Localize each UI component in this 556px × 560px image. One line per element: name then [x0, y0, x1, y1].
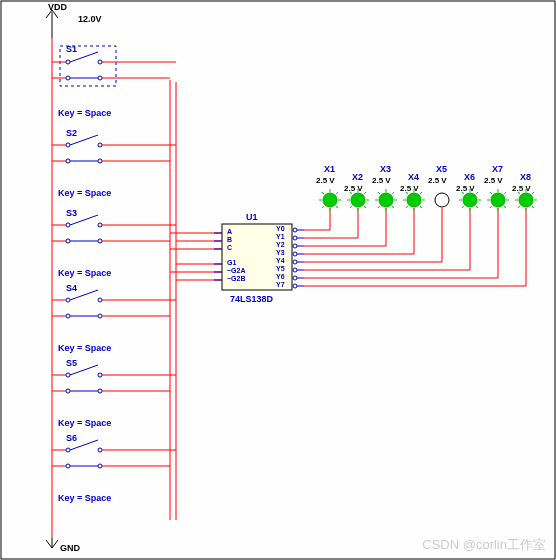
probe-x5-name: X5: [436, 164, 447, 174]
svg-line-149: [504, 206, 506, 208]
probe-x4-v: 2.5 V: [400, 184, 419, 193]
pin-b: B: [227, 236, 232, 243]
svg-point-99: [463, 193, 477, 207]
pin-c: C: [227, 244, 232, 251]
svg-line-132: [406, 206, 408, 208]
switch-s6-name: S6: [66, 433, 77, 443]
switch-s4-name: S4: [66, 283, 77, 293]
svg-line-157: [532, 206, 534, 208]
pin-a: A: [227, 228, 232, 235]
switch-s2-name: S2: [66, 128, 77, 138]
svg-line-148: [490, 206, 492, 208]
vdd-voltage: 12.0V: [78, 14, 102, 24]
svg-line-147: [504, 192, 506, 194]
svg-line-107: [336, 192, 338, 194]
svg-point-94: [323, 193, 337, 207]
probe-x8-name: X8: [520, 172, 531, 182]
svg-point-59: [98, 464, 102, 468]
switch-s1-name: S1: [66, 44, 77, 54]
watermark: CSDN @corlin工作室: [422, 536, 546, 554]
switch-s4-key: Key = Space: [58, 343, 111, 353]
svg-point-38: [66, 314, 70, 318]
svg-line-141: [476, 206, 478, 208]
svg-point-78: [293, 228, 297, 232]
gnd-label: GND: [60, 543, 80, 553]
probe-x5-v: 2.5 V: [428, 176, 447, 185]
svg-line-124: [378, 206, 380, 208]
svg-point-16: [98, 143, 102, 147]
switch-s3-name: S3: [66, 208, 77, 218]
svg-point-8: [98, 76, 102, 80]
svg-point-56: [98, 448, 102, 452]
probe-x7-v: 2.5 V: [484, 176, 503, 185]
probe-x6-name: X6: [464, 172, 475, 182]
svg-point-100: [491, 193, 505, 207]
svg-point-84: [293, 252, 297, 256]
switch-s5-key: Key = Space: [58, 418, 111, 428]
switch-s3-key: Key = Space: [58, 268, 111, 278]
switch-s5-name: S5: [66, 358, 77, 368]
svg-point-55: [66, 448, 70, 452]
probe-x3-v: 2.5 V: [372, 176, 391, 185]
svg-point-45: [66, 373, 70, 377]
svg-line-106: [322, 192, 324, 194]
svg-line-117: [364, 206, 366, 208]
switch-s6-key: Key = Space: [58, 493, 111, 503]
svg-line-115: [364, 192, 366, 194]
pin-y6: Y6: [276, 273, 285, 280]
probe-x2-name: X2: [352, 172, 363, 182]
schematic-canvas: VDD 12.0V GND S1 Key = Space S2 Key = Sp…: [0, 0, 556, 560]
probe-x6-v: 2.5 V: [456, 184, 475, 193]
svg-point-15: [66, 143, 70, 147]
probe-x3-name: X3: [380, 164, 391, 174]
svg-point-36: [98, 298, 102, 302]
vdd-label: VDD: [48, 2, 67, 12]
svg-line-133: [420, 206, 422, 208]
svg-line-123: [392, 192, 394, 194]
pin-y2: Y2: [276, 241, 285, 248]
svg-point-95: [351, 193, 365, 207]
svg-point-48: [66, 389, 70, 393]
svg-line-140: [462, 206, 464, 208]
svg-point-58: [66, 464, 70, 468]
svg-point-97: [407, 193, 421, 207]
svg-point-25: [66, 223, 70, 227]
svg-line-156: [518, 206, 520, 208]
svg-point-46: [98, 373, 102, 377]
svg-line-116: [350, 206, 352, 208]
pin-y4: Y4: [276, 257, 285, 264]
probe-x2-v: 2.5 V: [344, 184, 363, 193]
pin-y7: Y7: [276, 281, 285, 288]
chip-ref: U1: [246, 212, 258, 222]
svg-point-96: [379, 193, 393, 207]
chip-part: 74LS138D: [230, 294, 273, 304]
svg-point-90: [293, 276, 297, 280]
switch-s1-key: Key = Space: [58, 108, 111, 118]
svg-point-7: [66, 76, 70, 80]
svg-line-125: [392, 206, 394, 208]
svg-point-29: [98, 239, 102, 243]
svg-point-5: [98, 60, 102, 64]
svg-point-18: [66, 159, 70, 163]
probe-x7-name: X7: [492, 164, 503, 174]
probe-x1-name: X1: [324, 164, 335, 174]
probe-x4-name: X4: [408, 172, 419, 182]
svg-point-92: [293, 284, 297, 288]
svg-point-101: [519, 193, 533, 207]
pin-y5: Y5: [276, 265, 285, 272]
pin-g2b: ~G2B: [227, 275, 245, 282]
svg-point-82: [293, 244, 297, 248]
svg-point-88: [293, 268, 297, 272]
switch-s2-key: Key = Space: [58, 188, 111, 198]
svg-point-80: [293, 236, 297, 240]
svg-line-146: [490, 192, 492, 194]
svg-point-39: [98, 314, 102, 318]
svg-line-155: [532, 192, 534, 194]
pin-y3: Y3: [276, 249, 285, 256]
svg-point-19: [98, 159, 102, 163]
svg-point-86: [293, 260, 297, 264]
pin-y0: Y0: [276, 225, 285, 232]
pin-g1: G1: [227, 259, 236, 266]
probe-x8-v: 2.5 V: [512, 184, 531, 193]
svg-point-28: [66, 239, 70, 243]
